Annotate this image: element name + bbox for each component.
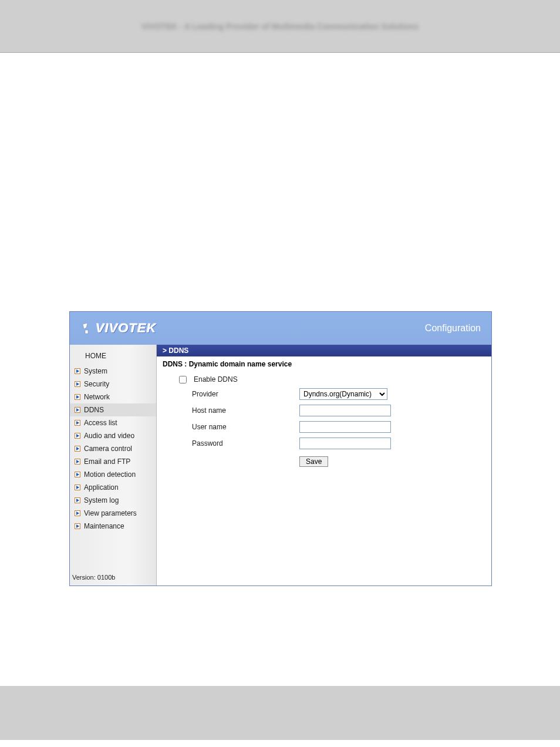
camera-logo-icon: [80, 322, 93, 335]
app-window: VIVOTEK Configuration HOME System Securi…: [69, 311, 492, 586]
app-body: HOME System Security Network DDNS: [70, 345, 491, 586]
password-row: Password: [174, 435, 474, 452]
sidebar-item-label: DDNS: [84, 406, 104, 414]
sidebar-item-label: Motion detection: [84, 470, 136, 479]
hostname-row: Host name: [174, 402, 474, 419]
sidebar-item-label: View parameters: [84, 509, 137, 517]
provider-row: Provider Dyndns.org(Dynamic): [174, 386, 474, 402]
arrow-right-icon: [75, 472, 80, 477]
sidebar-item-network[interactable]: Network: [70, 391, 156, 403]
sidebar-item-label: Network: [84, 393, 110, 401]
sidebar: HOME System Security Network DDNS: [70, 345, 157, 586]
enable-ddns-label: Enable DDNS: [194, 375, 238, 383]
username-input[interactable]: [299, 421, 391, 433]
sidebar-item-camera-control[interactable]: Camera control: [70, 442, 156, 455]
sidebar-item-label: Audio and video: [84, 432, 134, 440]
svg-rect-0: [85, 330, 88, 334]
sidebar-item-audio-video[interactable]: Audio and video: [70, 429, 156, 442]
save-button[interactable]: Save: [299, 456, 328, 467]
arrow-right-icon: [75, 420, 80, 426]
page-title: Configuration: [425, 323, 481, 334]
enable-ddns-checkbox[interactable]: [179, 376, 187, 383]
logo: VIVOTEK: [80, 321, 157, 336]
sidebar-item-label: HOME: [85, 352, 106, 360]
sidebar-item-access-list[interactable]: Access list: [70, 416, 156, 429]
document-page-header: VIVOTEK - A Leading Provider of Multimed…: [0, 0, 560, 53]
arrow-right-icon: [75, 510, 80, 516]
arrow-right-icon: [75, 484, 80, 490]
app-header: VIVOTEK Configuration: [70, 312, 491, 345]
sidebar-item-label: Camera control: [84, 445, 132, 453]
password-label: Password: [174, 439, 295, 447]
sidebar-item-maintenance[interactable]: Maintenance: [70, 520, 156, 533]
page-whitespace: [0, 53, 560, 311]
arrow-right-icon: [75, 368, 80, 374]
section-title: DDNS : Dynamic domain name service: [157, 356, 491, 372]
provider-label: Provider: [174, 390, 295, 398]
provider-select[interactable]: Dyndns.org(Dynamic): [299, 388, 387, 400]
arrow-right-icon: [75, 433, 80, 439]
save-row: Save: [174, 452, 474, 469]
username-row: User name: [174, 419, 474, 435]
page-header-blurred-text: VIVOTEK - A Leading Provider of Multimed…: [141, 22, 419, 31]
arrow-right-icon: [75, 381, 80, 387]
hostname-label: Host name: [174, 406, 295, 415]
arrow-right-icon: [75, 446, 80, 452]
arrow-right-icon: [75, 459, 80, 465]
sidebar-item-ddns[interactable]: DDNS: [70, 403, 156, 416]
sidebar-item-home[interactable]: HOME: [70, 349, 156, 362]
breadcrumb: > DDNS: [157, 345, 491, 356]
sidebar-item-label: Security: [84, 380, 109, 388]
password-input[interactable]: [299, 438, 391, 449]
sidebar-item-label: System: [84, 367, 107, 375]
sidebar-item-application[interactable]: Application: [70, 481, 156, 494]
sidebar-item-security[interactable]: Security: [70, 378, 156, 391]
document-page-footer: [0, 686, 560, 740]
sidebar-item-label: Maintenance: [84, 522, 124, 530]
sidebar-item-label: System log: [84, 496, 119, 504]
sidebar-item-label: Email and FTP: [84, 457, 130, 466]
sidebar-item-view-parameters[interactable]: View parameters: [70, 507, 156, 520]
sidebar-items: HOME System Security Network DDNS: [70, 349, 156, 569]
sidebar-item-label: Application: [84, 483, 119, 492]
arrow-right-icon: [75, 497, 80, 503]
arrow-right-icon: [75, 394, 80, 400]
sidebar-item-email-ftp[interactable]: Email and FTP: [70, 455, 156, 468]
arrow-right-icon: [75, 523, 80, 529]
sidebar-item-system[interactable]: System: [70, 365, 156, 378]
username-label: User name: [174, 423, 295, 431]
hostname-input[interactable]: [299, 405, 391, 416]
sidebar-item-system-log[interactable]: System log: [70, 494, 156, 507]
main-content: > DDNS DDNS : Dynamic domain name servic…: [157, 345, 491, 586]
enable-ddns-row: Enable DDNS: [174, 373, 474, 386]
sidebar-item-label: Access list: [84, 419, 117, 427]
ddns-form: Enable DDNS Provider Dyndns.org(Dynamic)…: [157, 372, 491, 470]
arrow-right-icon: [75, 407, 80, 413]
logo-text: VIVOTEK: [96, 321, 157, 336]
version-label: Version: 0100b: [70, 569, 156, 586]
sidebar-item-motion-detection[interactable]: Motion detection: [70, 468, 156, 481]
